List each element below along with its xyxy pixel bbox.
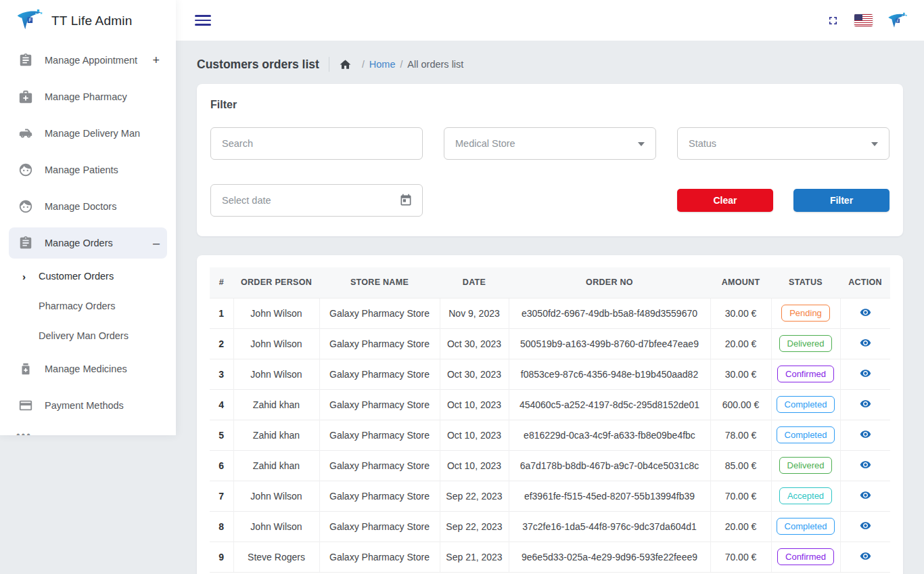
sidebar-nav: Manage Appointment+Manage PharmacyManage… xyxy=(0,42,176,424)
date-cell: Sep 22, 2023 xyxy=(440,511,509,542)
sidebar-subitem-delivery-man-orders[interactable]: Delivery Man Orders xyxy=(0,321,176,351)
date-field[interactable] xyxy=(210,184,423,217)
sidebar-item-manage-medicines[interactable]: Manage Medicines xyxy=(0,351,176,387)
main-content: Customers orders list / Home / All order… xyxy=(176,41,924,574)
sidebar-item-payment-methods[interactable]: Payment Methods xyxy=(0,387,176,424)
eye-icon[interactable] xyxy=(860,398,871,410)
status-badge: Completed xyxy=(777,426,835,443)
date-cell: Oct 10, 2023 xyxy=(440,389,509,420)
breadcrumb-home-link[interactable]: Home xyxy=(369,59,396,70)
action-cell xyxy=(840,298,890,328)
home-icon[interactable] xyxy=(339,58,352,71)
date-cell: Nov 9, 2023 xyxy=(440,298,509,328)
status-badge: Completed xyxy=(777,396,835,413)
search-field[interactable] xyxy=(210,127,423,160)
sidebar-item-label: Payment Methods xyxy=(45,400,124,411)
clipped-more-icon: ••• xyxy=(16,429,32,435)
face-icon xyxy=(18,198,34,215)
menu-icon[interactable] xyxy=(195,15,211,26)
sidebar-item-manage-orders[interactable]: Manage Orders– xyxy=(9,227,167,259)
breadcrumb: Customers orders list / Home / All order… xyxy=(197,57,903,72)
status-select[interactable]: Status xyxy=(677,127,890,160)
sidebar-item-label: Manage Patients xyxy=(45,164,118,175)
filter-card: Filter Medical Store Status Clear xyxy=(197,84,903,236)
scooter-icon xyxy=(18,125,34,141)
eye-icon[interactable] xyxy=(860,550,871,562)
order-no-cell: e816229d-0ca3-4c9f-a633-fb8e09be4fbc xyxy=(509,420,710,450)
status-cell: Delivered xyxy=(771,328,840,359)
eye-icon[interactable] xyxy=(860,337,871,349)
row-number: 6 xyxy=(210,450,233,481)
column-header-status: STATUS xyxy=(771,267,840,298)
sidebar-item-label: Manage Delivery Man xyxy=(45,128,140,139)
eye-icon[interactable] xyxy=(860,459,871,470)
column-header-order-person: ORDER PERSON xyxy=(233,267,319,298)
order-no-cell: 500519b9-a163-499b-8760-d7bfee47eae9 xyxy=(509,328,710,359)
row-number: 1 xyxy=(210,298,233,328)
eye-icon[interactable] xyxy=(860,368,871,379)
order-no-cell: 454060c5-a252-4197-8d5c-295d8152de01 xyxy=(509,389,710,420)
sidebar-item-manage-doctors[interactable]: Manage Doctors xyxy=(0,188,176,225)
calendar-icon[interactable] xyxy=(399,194,413,207)
status-cell: Completed xyxy=(771,511,840,542)
sidebar-subitem-customer-orders[interactable]: ›Customer Orders xyxy=(0,261,176,291)
store-name-cell: Galaxy Pharmacy Store xyxy=(319,511,440,542)
amount-cell: 78.00 € xyxy=(710,420,771,450)
sidebar-item-manage-patients[interactable]: Manage Patients xyxy=(0,152,176,188)
topbar: F xyxy=(176,0,924,41)
eye-icon[interactable] xyxy=(860,307,871,318)
store-name-cell: Galaxy Pharmacy Store xyxy=(319,389,440,420)
table-row: 1John WilsonGalaxy Pharmacy StoreNov 9, … xyxy=(210,298,890,328)
order-person-cell: Steve Rogers xyxy=(233,542,319,572)
us-flag-language-icon[interactable] xyxy=(854,14,873,26)
status-badge: Confirmed xyxy=(777,366,834,382)
medical-store-select[interactable]: Medical Store xyxy=(444,127,656,160)
table-row: 3John WilsonGalaxy Pharmacy StoreOct 30,… xyxy=(210,359,890,389)
eye-icon[interactable] xyxy=(860,520,871,531)
profile-logo-icon[interactable]: F xyxy=(887,12,908,29)
status-cell: Completed xyxy=(771,389,840,420)
column-header-amount: AMOUNT xyxy=(710,267,771,298)
eye-icon[interactable] xyxy=(860,428,871,440)
sidebar-item-label: Manage Doctors xyxy=(45,201,116,212)
status-cell: Confirmed xyxy=(771,359,840,389)
status-cell: Pending xyxy=(771,298,840,328)
action-cell xyxy=(840,389,890,420)
sidebar-item-manage-pharmacy[interactable]: Manage Pharmacy xyxy=(0,79,176,115)
store-name-cell: Galaxy Pharmacy Store xyxy=(319,359,440,389)
order-person-cell: John Wilson xyxy=(233,328,319,359)
fullscreen-icon[interactable] xyxy=(827,14,839,27)
svg-text:F: F xyxy=(28,18,31,22)
status-badge: Accepted xyxy=(779,487,832,504)
clear-button[interactable]: Clear xyxy=(677,189,773,212)
status-cell: Completed xyxy=(771,420,840,450)
order-no-cell: 37c2fe16-1da5-44f8-976c-9dc37da604d1 xyxy=(509,511,710,542)
sidebar-subitem-pharmacy-orders[interactable]: Pharmacy Orders xyxy=(0,291,176,321)
row-number: 3 xyxy=(210,359,233,389)
brand: F TT Life Admin xyxy=(0,0,176,42)
filter-heading: Filter xyxy=(210,99,890,111)
collapse-icon: – xyxy=(153,237,160,249)
search-input[interactable] xyxy=(222,138,411,149)
face-icon xyxy=(18,162,34,178)
amount-cell: 20.00 € xyxy=(710,511,771,542)
date-cell: Oct 10, 2023 xyxy=(440,420,509,450)
amount-cell: 20.00 € xyxy=(710,328,771,359)
date-input[interactable] xyxy=(222,195,411,206)
sidebar-item-manage-appointment[interactable]: Manage Appointment+ xyxy=(0,42,176,79)
action-cell xyxy=(840,481,890,511)
column-header-store-name: STORE NAME xyxy=(319,267,440,298)
column-header-num: # xyxy=(210,267,233,298)
row-number: 8 xyxy=(210,511,233,542)
sidebar-item-label: Manage Appointment xyxy=(45,55,137,66)
date-cell: Oct 30, 2023 xyxy=(440,328,509,359)
action-cell xyxy=(840,420,890,450)
order-person-cell: John Wilson xyxy=(233,359,319,389)
column-header-action: ACTION xyxy=(840,267,890,298)
eye-icon[interactable] xyxy=(860,489,871,501)
table-header-row: #ORDER PERSONSTORE NAMEDATEORDER NOAMOUN… xyxy=(210,267,890,298)
store-name-cell: Galaxy Pharmacy Store xyxy=(319,420,440,450)
sidebar-item-manage-delivery-man[interactable]: Manage Delivery Man xyxy=(0,115,176,152)
action-cell xyxy=(840,359,890,389)
filter-button[interactable]: Filter xyxy=(793,189,890,212)
